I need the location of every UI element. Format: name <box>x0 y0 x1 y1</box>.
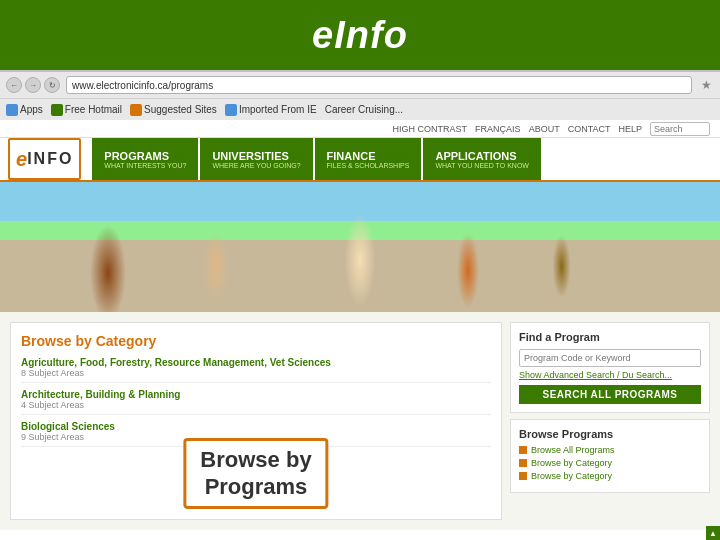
refresh-button[interactable]: ↻ <box>44 77 60 93</box>
highlight-line1: Browse by <box>200 447 311 473</box>
category-biological-title: Biological Sciences <box>21 421 491 432</box>
hotmail-icon <box>51 104 63 116</box>
utility-search-input[interactable] <box>650 122 710 136</box>
bookmark-career-label: Career Cruising... <box>325 104 403 115</box>
browse-by-category-label-2: Browse by Category <box>531 471 612 481</box>
advanced-search-link[interactable]: Show Advanced Search / Du Search... <box>519 370 701 380</box>
nav-applications[interactable]: APPLICATIONS WHAT YOU NEED TO KNOW <box>423 138 540 180</box>
browse-by-category-title: Browse by Category <box>21 333 491 349</box>
bookmark-suggested-label: Suggested Sites <box>144 104 217 115</box>
nav-finance-label: FINANCE <box>327 150 410 162</box>
category-item-architecture[interactable]: Architecture, Building & Planning 4 Subj… <box>21 389 491 415</box>
bookmark-imported-label: Imported From IE <box>239 104 317 115</box>
scroll-to-top-button[interactable]: ▲ <box>706 526 720 530</box>
browser-nav-buttons: ← → ↻ <box>6 77 60 93</box>
nav-programs[interactable]: PROGRAMS WHAT INTERESTS YOU? <box>92 138 198 180</box>
nav-finance[interactable]: FINANCE FILES & SCHOLARSHIPS <box>315 138 422 180</box>
left-panel: Browse by Category Agriculture, Food, Fo… <box>10 322 502 520</box>
browse-dot-2 <box>519 459 527 467</box>
site-header: eInfo <box>0 0 720 70</box>
category-architecture-title: Architecture, Building & Planning <box>21 389 491 400</box>
logo-e: e <box>16 148 27 171</box>
url-text: www.electronicinfo.ca/programs <box>72 80 213 91</box>
content-area: Browse by Category Agriculture, Food, Fo… <box>0 312 720 530</box>
logo-info: INFO <box>27 150 73 168</box>
browse-by-category-link-2[interactable]: Browse by Category <box>519 471 701 481</box>
browse-dot-1 <box>519 446 527 454</box>
browse-by-programs-highlight[interactable]: Browse by Programs <box>183 438 328 509</box>
browse-dot-3 <box>519 472 527 480</box>
bookmark-career[interactable]: Career Cruising... <box>325 104 403 115</box>
bookmarks-bar: Apps Free Hotmail Suggested Sites Import… <box>0 98 720 120</box>
hero-people-graphic <box>0 182 720 312</box>
main-nav: e INFO PROGRAMS WHAT INTERESTS YOU? UNIV… <box>0 138 720 182</box>
browser-chrome: ← → ↻ www.electronicinfo.ca/programs ★ <box>0 70 720 98</box>
about-link[interactable]: ABOUT <box>529 124 560 134</box>
back-button[interactable]: ← <box>6 77 22 93</box>
nav-finance-sub: FILES & SCHOLARSHIPS <box>327 162 410 169</box>
suggested-icon <box>130 104 142 116</box>
contact-link[interactable]: CONTACT <box>568 124 611 134</box>
nav-universities[interactable]: UNIVERSITIES WHERE ARE YOU GOING? <box>200 138 312 180</box>
find-program-box: Find a Program Show Advanced Search / Du… <box>510 322 710 413</box>
address-bar[interactable]: www.electronicinfo.ca/programs <box>66 76 692 94</box>
program-keyword-input[interactable] <box>519 349 701 367</box>
category-agriculture-sub: 8 Subject Areas <box>21 368 491 378</box>
search-all-programs-button[interactable]: SEARCH ALL PROGRAMS <box>519 385 701 404</box>
francais-link[interactable]: FRANÇAIS <box>475 124 521 134</box>
nav-programs-label: PROGRAMS <box>104 150 186 162</box>
browse-by-category-label: Browse by Category <box>531 458 612 468</box>
imported-icon <box>225 104 237 116</box>
nav-programs-sub: WHAT INTERESTS YOU? <box>104 162 186 169</box>
category-architecture-sub: 4 Subject Areas <box>21 400 491 410</box>
einfo-logo[interactable]: e INFO <box>8 138 81 180</box>
bookmark-suggested[interactable]: Suggested Sites <box>130 104 217 116</box>
category-item-agriculture[interactable]: Agriculture, Food, Forestry, Resource Ma… <box>21 357 491 383</box>
browse-programs-title: Browse Programs <box>519 428 701 440</box>
bookmark-apps-label: Apps <box>20 104 43 115</box>
bookmark-star-icon[interactable]: ★ <box>698 77 714 93</box>
bookmark-apps[interactable]: Apps <box>6 104 43 116</box>
browse-all-programs-link[interactable]: Browse All Programs <box>519 445 701 455</box>
bookmark-imported[interactable]: Imported From IE <box>225 104 317 116</box>
bookmark-hotmail-label: Free Hotmail <box>65 104 122 115</box>
forward-button[interactable]: → <box>25 77 41 93</box>
apps-icon <box>6 104 18 116</box>
nav-applications-sub: WHAT YOU NEED TO KNOW <box>435 162 528 169</box>
hero-image <box>0 182 720 312</box>
right-panel: Find a Program Show Advanced Search / Du… <box>510 322 710 520</box>
einfo-website: HIGH CONTRAST FRANÇAIS ABOUT CONTACT HEL… <box>0 120 720 530</box>
browse-all-label: Browse All Programs <box>531 445 615 455</box>
nav-universities-label: UNIVERSITIES <box>212 150 300 162</box>
find-program-title: Find a Program <box>519 331 701 343</box>
browse-programs-box: Browse Programs Browse All Programs Brow… <box>510 419 710 493</box>
help-link[interactable]: HELP <box>618 124 642 134</box>
nav-applications-label: APPLICATIONS <box>435 150 528 162</box>
site-title: eInfo <box>312 14 408 57</box>
high-contrast-link[interactable]: HIGH CONTRAST <box>393 124 468 134</box>
bookmark-hotmail[interactable]: Free Hotmail <box>51 104 122 116</box>
utility-bar: HIGH CONTRAST FRANÇAIS ABOUT CONTACT HEL… <box>0 120 720 138</box>
highlight-line2: Programs <box>200 474 311 500</box>
nav-universities-sub: WHERE ARE YOU GOING? <box>212 162 300 169</box>
nav-items: PROGRAMS WHAT INTERESTS YOU? UNIVERSITIE… <box>91 138 542 180</box>
browse-by-category-link[interactable]: Browse by Category <box>519 458 701 468</box>
category-agriculture-title: Agriculture, Food, Forestry, Resource Ma… <box>21 357 491 368</box>
